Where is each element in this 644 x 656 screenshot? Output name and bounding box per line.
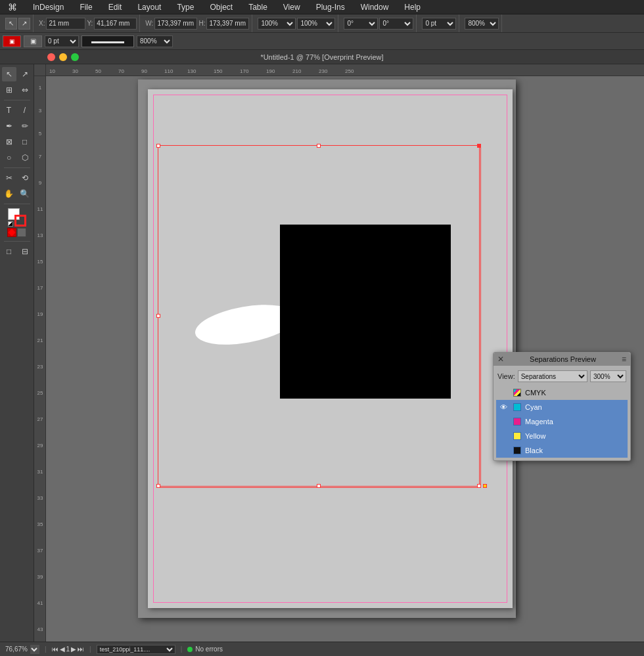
angle2-select[interactable]: 0°: [379, 18, 413, 30]
apple-menu[interactable]: ⌘: [5, 1, 20, 14]
ellipse-tool[interactable]: ○: [2, 150, 16, 165]
apply-stroke[interactable]: [17, 228, 26, 237]
menu-table[interactable]: Table: [246, 1, 270, 13]
stroke-style-btn[interactable]: ▬▬▬▬▬: [81, 35, 134, 47]
first-page-btn[interactable]: ⏮: [52, 645, 58, 653]
sep-color-yellow: [513, 432, 521, 440]
fill-btn[interactable]: ▣: [24, 35, 42, 47]
menu-plugins[interactable]: Plug-Ins: [313, 1, 348, 13]
sep-name-yellow: Yellow: [525, 432, 624, 440]
page-tools: ⊞ ⇔: [2, 83, 32, 97]
ruler-h-svg: // Render ruler ticks inline 10 30 50 70…: [46, 64, 644, 76]
selection-frame[interactable]: [158, 145, 480, 487]
w-input[interactable]: [154, 18, 197, 30]
none-swatch[interactable]: [8, 221, 13, 227]
sep-eye-cyan[interactable]: 👁: [500, 403, 509, 411]
sep-view-select[interactable]: Separations: [518, 370, 587, 382]
menu-help[interactable]: Help: [402, 1, 423, 13]
sep-panel-titlebar: ✕ Separations Preview ≡: [494, 353, 630, 366]
sep-item-yellow[interactable]: Yellow: [496, 429, 628, 443]
line-tool[interactable]: /: [18, 103, 32, 118]
pen-tool[interactable]: ✒: [2, 119, 16, 133]
svg-text:50: 50: [95, 68, 101, 74]
menu-file[interactable]: File: [77, 1, 95, 13]
svg-text:7: 7: [39, 154, 42, 160]
status-nav: ⏮ ◀ 1 ▶ ⏭: [52, 645, 85, 653]
sep-color-magenta: [513, 418, 521, 426]
menu-type[interactable]: Type: [174, 1, 196, 13]
stroke-btn[interactable]: ▣: [3, 35, 21, 47]
free-transform-tool[interactable]: ⟲: [18, 171, 32, 185]
svg-text:35: 35: [37, 521, 43, 527]
polygon-tool[interactable]: ⬡: [18, 150, 32, 165]
svg-text:25: 25: [37, 390, 43, 396]
stroke-swatch[interactable]: [14, 215, 26, 227]
panel-close-btn[interactable]: ✕: [497, 355, 504, 364]
next-page-btn[interactable]: ▶: [71, 645, 76, 653]
zoom-tool[interactable]: 🔍: [18, 186, 32, 201]
panel-menu-btn[interactable]: ≡: [622, 355, 626, 364]
maximize-button[interactable]: [71, 53, 79, 61]
direct-selection-tool[interactable]: ↗: [18, 67, 32, 81]
apply-swatches: [7, 228, 26, 237]
handle-top-left[interactable]: [156, 144, 160, 148]
pencil-tool[interactable]: ✏: [18, 119, 32, 133]
sep-item-black[interactable]: Black: [496, 443, 628, 458]
last-page-btn[interactable]: ⏭: [78, 645, 84, 653]
menu-edit[interactable]: Edit: [106, 1, 125, 13]
direct-select-btn[interactable]: ↗: [18, 18, 30, 30]
handle-middle-right[interactable]: [483, 484, 487, 488]
scale-w-select[interactable]: 100%: [258, 18, 296, 30]
status-separator-1: |: [45, 645, 47, 653]
zoom-select[interactable]: 800%: [465, 18, 499, 30]
h-input[interactable]: [206, 18, 249, 30]
minimize-button[interactable]: [59, 53, 67, 61]
black-rectangle-shape: [280, 225, 451, 399]
sep-zoom-select[interactable]: 300%: [590, 370, 626, 382]
menu-object[interactable]: Object: [207, 1, 235, 13]
svg-text:30: 30: [72, 68, 78, 74]
x-input[interactable]: [46, 18, 85, 30]
sep-item-cyan[interactable]: 👁 Cyan: [496, 400, 628, 414]
preview-mode[interactable]: ⊟: [18, 244, 32, 259]
menu-layout[interactable]: Layout: [135, 1, 164, 13]
zoom-dropdown[interactable]: ▼: [30, 645, 39, 654]
toolbar-corner: 0 pt: [419, 14, 459, 32]
select-tool-btn[interactable]: ↖: [5, 18, 17, 30]
view-quality-select[interactable]: 800%: [137, 35, 173, 47]
angle1-select[interactable]: 0°: [344, 18, 378, 30]
svg-text:250: 250: [345, 68, 354, 74]
rect-frame-tool[interactable]: ⊠: [2, 135, 16, 149]
gap-tool[interactable]: ⇔: [18, 83, 32, 97]
titlebar: *Untitled-1 @ 77% [Overprint Preview]: [0, 50, 644, 64]
menu-view[interactable]: View: [281, 1, 303, 13]
sep-item-magenta[interactable]: Magenta: [496, 414, 628, 429]
select-tools: ↖ ↗: [2, 67, 32, 81]
status-info-select[interactable]: test_210ppi_111....: [97, 645, 175, 654]
handle-middle-left[interactable]: [156, 314, 160, 318]
y-input[interactable]: [94, 18, 137, 30]
canvas-scroll: 1 3 5 7 9 11 13 15 17 19 21 23 25 27 29 …: [34, 76, 644, 642]
menu-window[interactable]: Window: [358, 1, 392, 13]
close-button[interactable]: [47, 53, 55, 61]
ruler-v-svg: 1 3 5 7 9 11 13 15 17 19 21 23 25 27 29 …: [34, 76, 46, 642]
document-page: [148, 89, 513, 608]
svg-text:33: 33: [37, 495, 43, 501]
corner-select[interactable]: 0 pt: [422, 18, 456, 30]
menu-indesign[interactable]: InDesign: [30, 1, 66, 13]
sep-name-magenta: Magenta: [525, 418, 624, 426]
handle-top-center[interactable]: [317, 144, 321, 148]
selection-tool[interactable]: ↖: [2, 67, 16, 81]
normal-mode[interactable]: □: [2, 244, 16, 259]
apply-fill[interactable]: [7, 228, 16, 237]
stroke-weight-select[interactable]: 0 pt: [45, 35, 79, 47]
sep-name-cyan: Cyan: [525, 403, 624, 411]
type-tool[interactable]: T: [2, 103, 16, 118]
rect-tool[interactable]: □: [18, 135, 32, 149]
hand-tool[interactable]: ✋: [2, 186, 16, 201]
page-tool[interactable]: ⊞: [2, 83, 16, 97]
scissors-tool[interactable]: ✂: [2, 171, 16, 185]
sep-item-cmyk[interactable]: CMYK: [496, 385, 628, 400]
prev-page-btn[interactable]: ◀: [60, 645, 65, 653]
scale-h-select[interactable]: 100%: [297, 18, 335, 30]
